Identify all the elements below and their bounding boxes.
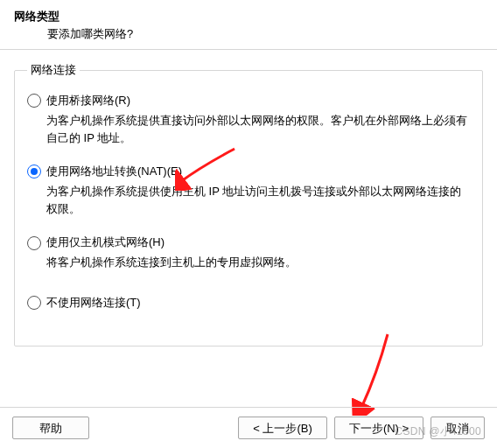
help-button[interactable]: 帮助: [12, 416, 89, 439]
back-button[interactable]: < 上一步(B): [238, 416, 327, 439]
option-hostonly-label: 使用仅主机模式网络(H): [46, 234, 164, 252]
radio-hostonly[interactable]: [27, 236, 41, 250]
option-nat[interactable]: 使用网络地址转换(NAT)(E) 为客户机操作系统提供使用主机 IP 地址访问主…: [27, 163, 470, 218]
wizard-header: 网络类型 要添加哪类网络?: [0, 0, 497, 49]
option-nonet-label: 不使用网络连接(T): [46, 294, 141, 312]
option-bridged-label: 使用桥接网络(R): [46, 92, 130, 110]
network-connection-group: 网络连接 使用桥接网络(R) 为客户机操作系统提供直接访问外部以太网网络的权限。…: [14, 62, 483, 346]
next-button[interactable]: 下一步(N) >: [334, 416, 424, 439]
option-nonet[interactable]: 不使用网络连接(T): [27, 294, 470, 312]
main-content: 网络连接 使用桥接网络(R) 为客户机操作系统提供直接访问外部以太网网络的权限。…: [0, 50, 497, 346]
page-subtitle: 要添加哪类网络?: [14, 24, 497, 42]
option-nat-desc: 为客户机操作系统提供使用主机 IP 地址访问主机拨号连接或外部以太网网络连接的权…: [27, 183, 470, 218]
radio-nat[interactable]: [27, 164, 41, 178]
option-bridged-desc: 为客户机操作系统提供直接访问外部以太网网络的权限。客户机在外部网络上必须有自己的…: [27, 112, 470, 147]
wizard-footer: 帮助 < 上一步(B) 下一步(N) > 取消: [0, 416, 497, 439]
option-hostonly-desc: 将客户机操作系统连接到主机上的专用虚拟网络。: [27, 254, 470, 271]
option-bridged[interactable]: 使用桥接网络(R) 为客户机操作系统提供直接访问外部以太网网络的权限。客户机在外…: [27, 92, 470, 147]
page-title: 网络类型: [14, 9, 497, 24]
option-nat-label: 使用网络地址转换(NAT)(E): [46, 163, 182, 181]
radio-bridged[interactable]: [27, 94, 41, 108]
group-legend: 网络连接: [27, 62, 80, 78]
footer-divider: [0, 407, 497, 408]
cancel-button[interactable]: 取消: [430, 416, 485, 439]
option-hostonly[interactable]: 使用仅主机模式网络(H) 将客户机操作系统连接到主机上的专用虚拟网络。: [27, 234, 470, 271]
radio-nonet[interactable]: [27, 296, 41, 310]
